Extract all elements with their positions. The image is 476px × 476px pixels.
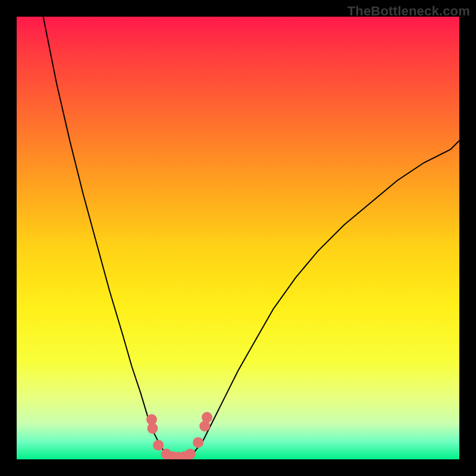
- chart-frame: TheBottleneck.com: [0, 0, 476, 476]
- curve-marker: [193, 437, 203, 448]
- plot-area: [17, 17, 459, 459]
- curve-svg: [17, 17, 459, 459]
- marker-group: [146, 412, 212, 459]
- curve-marker: [202, 412, 212, 422]
- curve-marker: [147, 423, 158, 434]
- curve-marker: [185, 449, 196, 459]
- watermark-text: TheBottleneck.com: [347, 4, 470, 19]
- curve-marker: [153, 440, 164, 450]
- bottleneck-curve: [43, 17, 459, 459]
